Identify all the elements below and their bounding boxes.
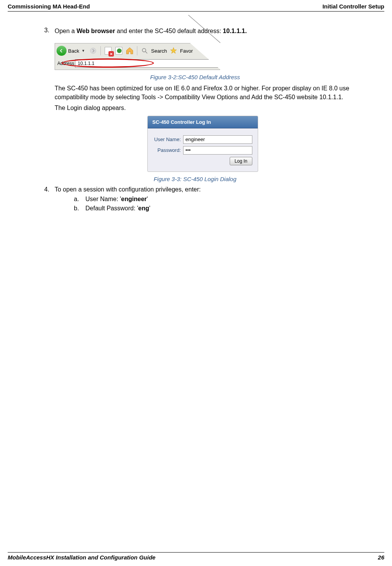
back-button[interactable] bbox=[57, 46, 67, 56]
browser-toolbar-figure: Back ▼ ✕ Se bbox=[55, 43, 220, 70]
sub-letter: b. bbox=[74, 204, 85, 213]
page-footer: MobileAccessHX Installation and Configur… bbox=[8, 552, 384, 561]
page-number: 26 bbox=[378, 554, 384, 561]
login-title: SC-450 Controller Log In bbox=[148, 116, 258, 128]
search-label: Search bbox=[151, 48, 167, 54]
toolbar-divider bbox=[137, 46, 137, 55]
step-text: Open a Web browser and enter the SC-450 … bbox=[55, 27, 247, 35]
username-input[interactable] bbox=[183, 135, 252, 144]
password-row: Password: bbox=[153, 146, 252, 155]
footer-title: MobileAccessHX Installation and Configur… bbox=[8, 554, 155, 561]
address-label: Address bbox=[57, 61, 75, 66]
figure-caption-2: Figure 3-3: SC-450 Login Dialog bbox=[29, 176, 361, 182]
login-dialog-figure: SC-450 Controller Log In User Name: Pass… bbox=[147, 116, 258, 172]
login-button[interactable]: Log In bbox=[230, 157, 252, 165]
content-area: 3. Open a Web browser and enter the SC-4… bbox=[8, 27, 384, 213]
username-label: User Name: bbox=[153, 137, 183, 142]
sub-item-a: a. User Name: 'engineer' bbox=[74, 195, 361, 204]
page-header: Commissioning MA Head-End Initial Contro… bbox=[8, 3, 384, 12]
password-input[interactable] bbox=[183, 146, 252, 155]
step-text: To open a session with configuration pri… bbox=[55, 186, 201, 193]
favorites-button[interactable] bbox=[169, 47, 178, 55]
refresh-icon bbox=[115, 47, 122, 55]
star-icon bbox=[170, 47, 177, 55]
header-right: Initial Controller Setup bbox=[322, 3, 384, 10]
paragraph-2: The Login dialog appears. bbox=[55, 104, 361, 112]
search-button[interactable] bbox=[140, 47, 149, 55]
svg-point-1 bbox=[142, 48, 146, 52]
refresh-button[interactable] bbox=[115, 47, 123, 55]
svg-line-2 bbox=[145, 52, 147, 54]
forward-button[interactable] bbox=[89, 47, 97, 55]
login-body: User Name: Password: Log In bbox=[148, 128, 258, 171]
sub-letter: a. bbox=[74, 195, 85, 204]
sub-text: Default Password: 'eng' bbox=[85, 204, 150, 213]
back-label: Back bbox=[68, 48, 79, 54]
username-row: User Name: bbox=[153, 135, 252, 144]
stop-x-icon: ✕ bbox=[108, 51, 114, 57]
sub-item-b: b. Default Password: 'eng' bbox=[74, 204, 361, 213]
password-label: Password: bbox=[153, 147, 183, 153]
header-left: Commissioning MA Head-End bbox=[8, 3, 90, 10]
toolbar-divider bbox=[100, 46, 101, 55]
home-icon bbox=[125, 47, 134, 55]
sub-list: a. User Name: 'engineer' b. Default Pass… bbox=[74, 195, 361, 213]
home-button[interactable] bbox=[125, 47, 134, 55]
svg-point-0 bbox=[90, 48, 96, 54]
sub-text: User Name: 'engineer' bbox=[85, 195, 148, 204]
step-4: 4. To open a session with configuration … bbox=[44, 186, 361, 193]
step-number: 4. bbox=[44, 186, 55, 193]
paragraph-1: The SC-450 has been optimized for use on… bbox=[55, 84, 361, 102]
login-button-row: Log In bbox=[153, 157, 252, 165]
back-arrow-icon bbox=[59, 48, 64, 53]
back-dropdown-icon[interactable]: ▼ bbox=[82, 49, 85, 53]
forward-arrow-icon bbox=[90, 48, 96, 54]
step-number: 3. bbox=[44, 27, 55, 35]
stop-button[interactable]: ✕ bbox=[104, 47, 112, 55]
figure-caption-1: Figure 3-2:SC-450 Default Address bbox=[29, 74, 361, 80]
search-icon bbox=[141, 47, 148, 54]
step-3: 3. Open a Web browser and enter the SC-4… bbox=[44, 27, 361, 35]
cutaway-mask bbox=[190, 43, 220, 70]
